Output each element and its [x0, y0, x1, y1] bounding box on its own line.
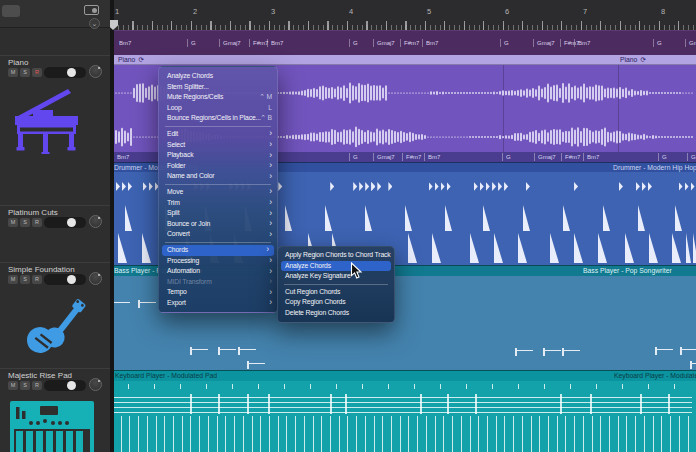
pan-knob[interactable] — [89, 65, 102, 78]
track-name: Platinum Cuts — [8, 208, 58, 217]
track-header-platinum-cuts[interactable]: Platinum Cuts M S R — [0, 205, 110, 262]
track-name: Majestic Rise Pad — [8, 371, 72, 380]
volume-slider[interactable] — [44, 217, 86, 228]
submenu-arrow-icon — [269, 161, 272, 171]
chord-label: G — [349, 39, 358, 47]
mute-button[interactable]: M — [8, 68, 18, 77]
submenu-arrow-icon — [269, 171, 272, 181]
menu-item-folder[interactable]: Folder — [159, 161, 277, 172]
track-panel-button[interactable] — [2, 5, 20, 17]
chord-label: Bm7 — [267, 39, 283, 47]
menu-item-playback[interactable]: Playback — [159, 150, 277, 161]
mute-button[interactable]: M — [8, 218, 18, 227]
submenu-arrow-icon — [269, 229, 272, 239]
pan-knob[interactable] — [89, 272, 102, 285]
volume-slider-thumb[interactable] — [67, 275, 76, 284]
submenu-arrow-icon — [269, 187, 272, 197]
mute-button[interactable]: M — [8, 275, 18, 284]
region-name: Bass Player - Pop Songwriter — [583, 267, 672, 274]
submenu-item-analyze-chords[interactable]: Analyze Chords — [281, 261, 391, 272]
region-name: Keyboard Player - Modulated Pad — [115, 372, 217, 379]
pan-knob[interactable] — [89, 378, 102, 391]
volume-slider[interactable] — [44, 274, 86, 285]
track-header-majestic-rise-pad[interactable]: Majestic Rise Pad M S R — [0, 368, 110, 452]
solo-button[interactable]: S — [20, 381, 30, 390]
submenu-item-analyze-key-signature[interactable]: Analyze Key Signature — [278, 271, 394, 282]
submenu-item-copy-region-chords[interactable]: Copy Region Chords — [278, 297, 394, 308]
chord-label: Gmaj7 — [534, 153, 556, 161]
solo-button[interactable]: S — [20, 68, 30, 77]
solo-button[interactable]: S — [20, 275, 30, 284]
bar-number: 5 — [427, 7, 431, 16]
menu-item-bounce-in-place[interactable]: Bounce Regions/Cells in Place...⌃ B — [159, 113, 277, 124]
menu-item-automation[interactable]: Automation — [159, 266, 277, 277]
chord-label: G — [653, 39, 662, 47]
submenu-arrow-icon — [269, 140, 272, 150]
piano-region-header[interactable]: Piano Piano — [110, 55, 696, 65]
pan-knob[interactable] — [89, 215, 102, 228]
submenu-arrow-icon — [269, 208, 272, 218]
submenu-item-delete-region-chords[interactable]: Delete Region Chords — [278, 308, 394, 319]
track-name: Simple Foundation — [8, 265, 75, 274]
record-enable-button[interactable]: R — [32, 218, 42, 227]
volume-slider[interactable] — [44, 67, 86, 78]
chord-label: Bm7 — [422, 39, 438, 47]
menu-item-name-and-color[interactable]: Name and Color — [159, 171, 277, 182]
bar-number: 6 — [505, 7, 509, 16]
submenu-item-cut-region-chords[interactable]: Cut Region Chords — [278, 287, 394, 298]
chord-label: G — [187, 39, 196, 47]
keyboard-region-header[interactable]: Keyboard Player - Modulated Pad Keyboard… — [110, 370, 696, 381]
track-header-simple-foundation[interactable]: Simple Foundation M S R — [0, 262, 110, 368]
chord-track[interactable]: Bm7 G Gmaj7 F#m7 Bm7 G Gmaj7 F#m7 Bm7 G … — [110, 30, 696, 55]
keyboard-region-body[interactable] — [110, 381, 696, 452]
logic-pro-window: ⌄ Piano M S R — [0, 0, 696, 452]
region-name: Keyboard Player - Modulated Pad — [614, 372, 696, 379]
record-enable-button[interactable]: R — [32, 68, 42, 77]
chord-label: Gmaj7 — [219, 39, 241, 47]
menu-item-edit[interactable]: Edit — [159, 129, 277, 140]
chord-label: G — [500, 39, 509, 47]
volume-slider-thumb[interactable] — [67, 68, 76, 77]
submenu-arrow-icon — [269, 150, 272, 160]
menu-item-convert[interactable]: Convert — [159, 229, 277, 240]
menu-item-mute-regions[interactable]: Mute Regions/Cells⌃ M — [159, 92, 277, 103]
volume-slider-thumb[interactable] — [67, 218, 76, 227]
menu-item-trim[interactable]: Trim — [159, 198, 277, 209]
region-name: Piano — [118, 56, 144, 64]
submenu-arrow-icon — [269, 298, 272, 308]
chord-label: G — [658, 153, 667, 161]
volume-slider-thumb[interactable] — [67, 381, 76, 390]
menu-item-tempo[interactable]: Tempo — [159, 287, 277, 298]
chord-label: F#m7 — [400, 39, 419, 47]
disclosure-button[interactable]: ⌄ — [89, 18, 100, 29]
menu-item-select[interactable]: Select — [159, 140, 277, 151]
keyboard-region[interactable]: Keyboard Player - Modulated Pad Keyboard… — [110, 370, 696, 452]
record-enable-button[interactable]: R — [32, 381, 42, 390]
synthesizer-icon — [8, 399, 100, 452]
bar-ruler[interactable]: 1 2 3 4 5 6 7 8 — [110, 0, 696, 30]
submenu-arrow-icon — [269, 287, 272, 297]
chord-label: F#m7 — [561, 153, 580, 161]
menu-item-chords[interactable]: Chords — [162, 245, 274, 256]
menu-item-analyze-chords[interactable]: Analyze Chords — [159, 71, 277, 82]
submenu-item-apply-region-chords[interactable]: Apply Region Chords to Chord Track — [278, 250, 394, 261]
mouse-cursor — [350, 262, 363, 280]
menu-item-loop[interactable]: LoopL — [159, 103, 277, 114]
track-header-piano[interactable]: Piano M S R — [0, 55, 110, 205]
menu-item-stem-splitter[interactable]: Stem Splitter... — [159, 82, 277, 93]
menu-item-bounce-or-join[interactable]: Bounce or Join — [159, 219, 277, 230]
record-enable-button[interactable]: R — [32, 275, 42, 284]
menu-item-export[interactable]: Export — [159, 298, 277, 309]
track-area-edge — [110, 0, 114, 452]
menu-item-move[interactable]: Move — [159, 187, 277, 198]
submenu-arrow-icon — [269, 277, 272, 287]
menu-item-processing[interactable]: Processing — [159, 256, 277, 267]
volume-slider[interactable] — [44, 380, 86, 391]
mute-button[interactable]: M — [8, 381, 18, 390]
menu-item-split[interactable]: Split — [159, 208, 277, 219]
display-mode-icon[interactable] — [84, 5, 99, 15]
region-name: Piano — [620, 56, 646, 64]
solo-button[interactable]: S — [20, 218, 30, 227]
submenu-arrow-icon — [269, 219, 272, 229]
chord-label: Gmaj7 — [687, 153, 696, 161]
